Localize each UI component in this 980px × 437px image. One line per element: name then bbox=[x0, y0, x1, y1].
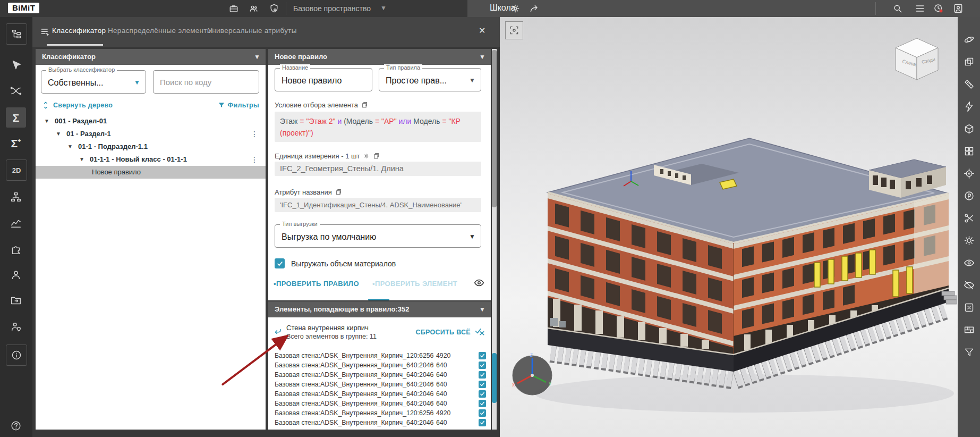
check-rule-button[interactable]: •ПРОВЕРИТЬ ПРАВИЛО bbox=[274, 280, 359, 288]
rule-name-field[interactable]: Название Новое правило bbox=[275, 68, 372, 91]
rule-type-select[interactable]: Тип правила Простое прав... ▼ bbox=[379, 68, 481, 91]
user-icon[interactable] bbox=[6, 265, 26, 285]
unit-value[interactable]: IFC_2_Геометрия_Стены/1. Длина bbox=[275, 162, 481, 176]
section-box-icon[interactable] bbox=[959, 52, 978, 71]
search-icon[interactable] bbox=[892, 3, 904, 15]
rule-panel-header[interactable]: Новое правило ▼ bbox=[268, 49, 491, 65]
tree-item[interactable]: ▼ 01-1 - Подраздел-1.1 bbox=[36, 140, 266, 153]
panel-menu-icon[interactable] bbox=[40, 27, 52, 38]
sum-add-icon[interactable]: Σ+ bbox=[6, 133, 26, 153]
app-logo[interactable]: BiMiT bbox=[8, 3, 39, 13]
building-model[interactable] bbox=[521, 113, 957, 421]
caret-down-icon[interactable]: ▼ bbox=[380, 4, 387, 12]
eye-off-icon[interactable] bbox=[959, 275, 978, 295]
element-row[interactable]: Базовая стена:ADSK_Внутренняя_Кирпич_120… bbox=[268, 408, 491, 418]
elements-panel-header[interactable]: Элементы, попадающие в правило:352 ▼ bbox=[268, 301, 491, 317]
checkbox-checked[interactable] bbox=[479, 419, 486, 426]
chevron-down-icon[interactable]: ▼ bbox=[479, 301, 485, 317]
kebab-icon[interactable]: ⋮ bbox=[251, 128, 258, 140]
classifier-select[interactable]: Выбрать классификатор Собственны... ▼ bbox=[41, 70, 146, 94]
shield-icon[interactable] bbox=[269, 3, 280, 15]
condition-expression[interactable]: Этаж = "Этаж 2" и (Модель = "АР" или Мод… bbox=[275, 112, 481, 142]
team-icon[interactable] bbox=[249, 3, 260, 15]
element-row[interactable]: Базовая стена:ADSK_Внутренняя_Кирпич_640… bbox=[268, 380, 491, 389]
eye-preview-icon[interactable] bbox=[474, 278, 484, 288]
plan-p-icon[interactable] bbox=[959, 186, 978, 205]
chevron-down-icon[interactable]: ▼ bbox=[469, 77, 475, 84]
element-row[interactable]: Базовая стена:ADSK_Внутренняя_Кирпич_120… bbox=[268, 351, 491, 360]
search-input[interactable] bbox=[159, 73, 250, 91]
scrollbar-thumb[interactable] bbox=[492, 50, 497, 207]
copy-icon[interactable] bbox=[361, 102, 368, 108]
clear-selection-icon[interactable] bbox=[959, 298, 978, 317]
plugins-icon[interactable] bbox=[6, 239, 26, 259]
notifications-icon[interactable] bbox=[933, 3, 945, 15]
tree-item[interactable]: ▼ 01-1-1 - Новый класс - 01-1-1 ⋮ bbox=[36, 153, 266, 166]
user-avatar-icon[interactable] bbox=[953, 3, 965, 15]
checkbox-checked[interactable] bbox=[479, 409, 486, 417]
shared-folder-icon[interactable] bbox=[6, 290, 26, 310]
checkbox-checked[interactable] bbox=[479, 371, 486, 379]
org-chart-icon[interactable] bbox=[6, 187, 26, 207]
chevron-down-icon[interactable]: ▼ bbox=[56, 128, 61, 140]
filters-button[interactable]: Фильтры bbox=[218, 102, 259, 109]
tab-classifier[interactable]: Классификатор bbox=[52, 27, 106, 35]
workspace-selector[interactable]: Базовое пространство bbox=[293, 4, 371, 13]
viewport-3d[interactable]: Слева Сзади z x y bbox=[500, 17, 958, 437]
close-icon[interactable]: ✕ bbox=[479, 26, 485, 36]
cube-icon[interactable] bbox=[959, 119, 978, 138]
share-icon[interactable] bbox=[529, 3, 541, 15]
chevron-down-icon[interactable]: ▼ bbox=[67, 140, 73, 153]
scrollbar-track[interactable] bbox=[492, 49, 497, 430]
view-cube[interactable]: Слева Сзади bbox=[890, 33, 943, 83]
user-location-icon[interactable] bbox=[6, 317, 26, 337]
classifier-panel-header[interactable]: Классификатор ▼ bbox=[36, 49, 266, 65]
ruler-icon[interactable] bbox=[959, 74, 978, 94]
check-element-button[interactable]: •ПРОВЕРИТЬ ЭЛЕМЕНТ bbox=[372, 280, 457, 288]
chevron-down-icon[interactable]: ▼ bbox=[254, 49, 260, 65]
2d-view-icon[interactable]: 2D bbox=[6, 159, 27, 181]
gear-icon[interactable] bbox=[510, 3, 522, 15]
code-search-field[interactable] bbox=[153, 70, 259, 94]
chevron-down-icon[interactable]: ▼ bbox=[479, 49, 485, 65]
panel-resize-handle[interactable] bbox=[368, 299, 389, 300]
element-row[interactable]: Базовая стена:ADSK_Внутренняя_Кирпич_640… bbox=[268, 360, 491, 370]
element-row[interactable]: Базовая стена:ADSK_Внутренняя_Кирпич_640… bbox=[268, 370, 491, 380]
chart-icon[interactable] bbox=[6, 213, 26, 233]
model-tree-icon[interactable] bbox=[6, 23, 27, 45]
copy-icon[interactable] bbox=[373, 153, 380, 159]
tree-item[interactable]: ▼ 01 - Раздел-1 ⋮ bbox=[36, 128, 266, 140]
help-icon[interactable] bbox=[6, 416, 26, 436]
select-cursor-icon[interactable] bbox=[6, 55, 26, 75]
checkbox-checked[interactable] bbox=[275, 258, 285, 268]
scrollbar-thumb-elements[interactable] bbox=[492, 353, 497, 403]
kebab-icon[interactable]: ⋮ bbox=[251, 153, 258, 166]
checkbox-checked[interactable] bbox=[479, 352, 486, 359]
export-type-select[interactable]: Тип выгрузки Выгрузка по умолчанию ▼ bbox=[275, 224, 481, 248]
cut-icon[interactable] bbox=[959, 208, 978, 228]
checkbox-checked[interactable] bbox=[479, 362, 486, 369]
chevron-down-icon[interactable]: ▼ bbox=[134, 79, 140, 86]
locate-icon[interactable] bbox=[959, 164, 978, 183]
collapse-tree-button[interactable]: Свернуть дерево bbox=[42, 102, 113, 109]
reset-all-button[interactable]: СБРОСИТЬ ВСЁ bbox=[415, 327, 471, 337]
info-icon[interactable] bbox=[6, 344, 27, 366]
connections-icon[interactable] bbox=[6, 81, 26, 101]
axis-gizmo[interactable]: z x y bbox=[508, 351, 557, 400]
tab-universal-attributes[interactable]: Универсальные атрибуты bbox=[208, 27, 297, 35]
tree-item[interactable]: ▼ 001 - Раздел-01 bbox=[36, 115, 266, 128]
element-row[interactable]: Базовая стена:ADSK_Внутренняя_Кирпич_640… bbox=[268, 389, 491, 399]
menu-list-icon[interactable] bbox=[915, 3, 926, 15]
element-row[interactable]: Базовая стена:ADSK_Внутренняя_Кирпич_640… bbox=[268, 418, 491, 427]
wall-icon[interactable] bbox=[959, 320, 978, 339]
grid-icon[interactable] bbox=[959, 141, 978, 161]
copy-icon[interactable] bbox=[335, 189, 342, 196]
orbit-icon[interactable] bbox=[959, 30, 978, 49]
chevron-down-icon[interactable]: ▼ bbox=[44, 115, 49, 128]
checkbox-checked[interactable] bbox=[479, 390, 486, 398]
reset-all-icon[interactable] bbox=[475, 326, 485, 337]
sum-rules-icon[interactable]: Σ bbox=[6, 107, 26, 128]
briefcase-icon[interactable] bbox=[228, 3, 240, 15]
chevron-down-icon[interactable]: ▼ bbox=[469, 233, 475, 240]
checkbox-checked[interactable] bbox=[479, 381, 486, 388]
